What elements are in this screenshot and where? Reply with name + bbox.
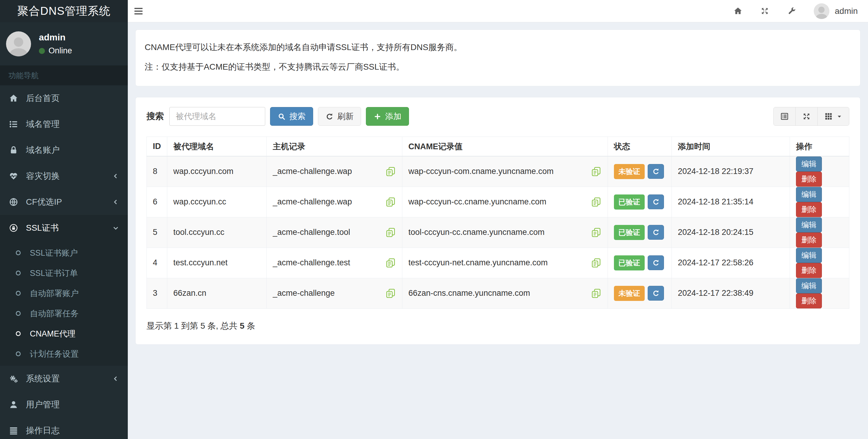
cell-actions: 编辑 删除: [790, 187, 849, 217]
edit-button[interactable]: 编辑: [796, 217, 822, 232]
sidebar-item-ssl[interactable]: SSL证书: [0, 215, 128, 241]
cell-actions: 编辑 删除: [790, 278, 849, 309]
sidebar-item-deploy-tasks[interactable]: 自动部署任务: [0, 303, 128, 324]
table-header-row: ID 被代理域名 主机记录 CNAME记录值 状态 添加时间 操作: [147, 137, 849, 156]
sidebar-item-ssl-orders[interactable]: SSL证书订单: [0, 263, 128, 283]
sidebar-item-cname-proxy[interactable]: CNAME代理: [0, 324, 128, 344]
expand-arrows-icon: [802, 112, 811, 121]
menu-toggle-icon[interactable]: [134, 0, 154, 22]
refresh-icon: [652, 229, 660, 236]
table-row: 4 test.cccyun.net _acme-challenge.test t…: [147, 247, 849, 278]
verify-refresh-button[interactable]: [648, 164, 664, 179]
verify-refresh-button[interactable]: [648, 195, 664, 209]
home-icon[interactable]: [733, 6, 743, 16]
delete-button[interactable]: 删除: [796, 263, 822, 278]
copy-icon[interactable]: [591, 227, 601, 238]
sidebar-item-cf-ip[interactable]: CF优选IP: [0, 189, 128, 215]
sidebar-item-logs[interactable]: 操作日志: [0, 418, 128, 439]
cell-id: 3: [147, 278, 167, 309]
delete-button[interactable]: 删除: [796, 293, 822, 309]
sidebar-item-users[interactable]: 用户管理: [0, 392, 128, 418]
copy-icon[interactable]: [591, 258, 601, 268]
delete-button[interactable]: 删除: [796, 202, 822, 217]
navbar-user-menu[interactable]: admin: [814, 3, 858, 19]
chevron-left-icon: [112, 198, 119, 206]
app-logo[interactable]: 聚合DNS管理系统: [0, 0, 128, 22]
cell-time: 2024-12-18 22:19:37: [672, 156, 790, 187]
cell-id: 8: [147, 156, 167, 187]
circle-icon: [14, 310, 22, 317]
sidebar-item-deploy-accounts[interactable]: 自动部署账户: [0, 283, 128, 303]
fullscreen-icon[interactable]: [760, 6, 770, 16]
copy-icon[interactable]: [385, 166, 396, 177]
copy-icon[interactable]: [385, 197, 396, 207]
search-button[interactable]: 搜索: [270, 107, 313, 126]
treeview-ssl: SSL证书 SSL证书账户 SSL证书订单 自动部署账户 自动部署任务 CNAM…: [0, 215, 128, 366]
col-actions: 操作: [790, 137, 849, 156]
edit-button[interactable]: 编辑: [796, 278, 822, 293]
refresh-icon: [652, 168, 660, 175]
col-domain: 被代理域名: [167, 137, 267, 156]
globe-icon: [8, 197, 19, 207]
sidebar-item-domain-accounts[interactable]: 域名账户: [0, 137, 128, 163]
edit-button[interactable]: 编辑: [796, 248, 822, 263]
top-navbar: admin: [128, 0, 868, 22]
sidebar-item-system[interactable]: 系统设置: [0, 366, 128, 392]
cell-time: 2024-12-18 21:35:14: [672, 187, 790, 217]
table-row: 5 tool.cccyun.cc _acme-challenge.tool to…: [147, 217, 849, 247]
cell-id: 4: [147, 247, 167, 278]
copy-icon[interactable]: [591, 288, 601, 299]
sidebar-item-failover[interactable]: 容灾切换: [0, 163, 128, 189]
edit-button[interactable]: 编辑: [796, 156, 822, 172]
circle-icon: [14, 350, 22, 358]
wrench-icon[interactable]: [787, 6, 796, 16]
delete-button[interactable]: 删除: [796, 232, 822, 247]
circle-icon: [14, 330, 22, 338]
user-status-label: Online: [49, 46, 72, 56]
copy-icon[interactable]: [385, 227, 396, 238]
sidebar-item-ssl-accounts[interactable]: SSL证书账户: [0, 243, 128, 263]
search-input[interactable]: [169, 107, 265, 126]
sidebar-item-domains[interactable]: 域名管理: [0, 111, 128, 137]
cell-time: 2024-12-17 22:38:49: [672, 278, 790, 309]
col-time: 添加时间: [672, 137, 790, 156]
copy-icon[interactable]: [385, 288, 396, 299]
list-icon: [8, 119, 19, 129]
cell-status: 已验证: [608, 247, 672, 278]
refresh-icon: [652, 289, 660, 297]
delete-button[interactable]: 删除: [796, 172, 822, 187]
navbar-username: admin: [835, 6, 858, 16]
sidebar-item-cron-settings[interactable]: 计划任务设置: [0, 344, 128, 364]
app-title: 聚合DNS管理系统: [17, 4, 110, 19]
copy-icon[interactable]: [591, 166, 601, 177]
caret-down-icon: [836, 113, 843, 120]
col-host: 主机记录: [267, 137, 402, 156]
table-fullscreen-button[interactable]: [795, 107, 818, 126]
info-line-1: CNAME代理可以让未在本系统添加的域名自动申请SSL证书，支持所有DNS服务商…: [145, 41, 851, 53]
cell-cname: test-cccyun-net.cname.yuncname.com: [402, 247, 608, 278]
cell-domain: wap.cccyun.com: [167, 156, 267, 187]
user-status: Online: [39, 46, 72, 56]
user-icon: [8, 400, 19, 409]
status-badge: 未验证: [614, 164, 645, 179]
certificate-icon: [8, 223, 19, 233]
columns-dropdown-button[interactable]: [817, 107, 849, 126]
edit-button[interactable]: 编辑: [796, 187, 822, 202]
copy-icon[interactable]: [385, 258, 396, 268]
circle-icon: [14, 289, 22, 297]
sidebar-item-home[interactable]: 后台首页: [0, 85, 128, 111]
verify-refresh-button[interactable]: [648, 225, 664, 240]
table-row: 3 66zan.cn _acme-challenge 66zan-cns.cna…: [147, 278, 849, 309]
circle-icon: [14, 249, 22, 257]
cell-status: 已验证: [608, 217, 672, 247]
copy-icon[interactable]: [591, 197, 601, 207]
pagination-info: 显示第 1 到第 5 条, 总共 5 条: [147, 320, 849, 332]
refresh-button[interactable]: 刷新: [318, 107, 361, 126]
refresh-icon: [652, 259, 660, 266]
table-row: 8 wap.cccyun.com _acme-challenge.wap wap…: [147, 156, 849, 187]
toggle-view-button[interactable]: [773, 107, 796, 126]
table-card: 搜索 搜索 刷新 添加: [135, 97, 861, 345]
add-button[interactable]: 添加: [366, 107, 409, 126]
verify-refresh-button[interactable]: [648, 255, 664, 270]
verify-refresh-button[interactable]: [648, 286, 664, 301]
